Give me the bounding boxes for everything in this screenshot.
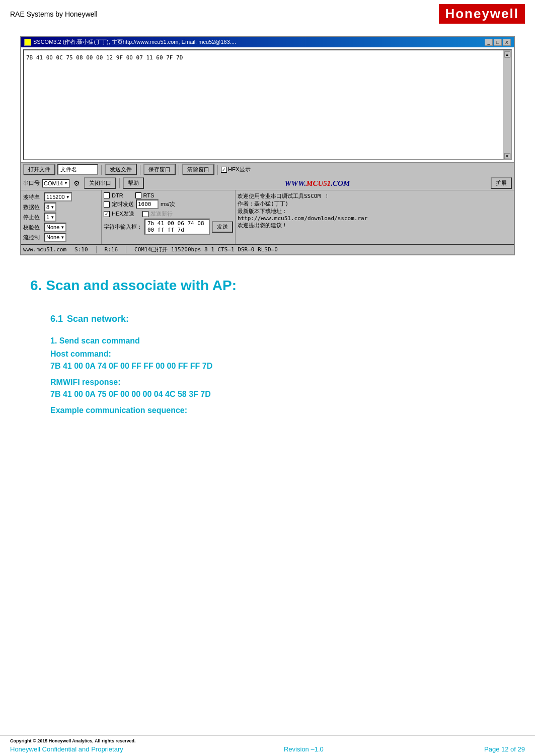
separator1 <box>101 165 102 175</box>
parity-value: None <box>46 224 59 230</box>
data-arrow: ▼ <box>50 205 54 210</box>
scrollbar-down[interactable]: ▼ <box>504 153 510 159</box>
baud-arrow: ▼ <box>66 195 70 199</box>
hex-display-area: 7B 41 00 0C 75 08 00 00 12 9F 00 07 11 6… <box>23 49 512 160</box>
timer-label: 定时发送 <box>112 200 134 208</box>
sscom-title-text: SSCOM3.2 (作者:聂小猛(丁丁), 主页http://www.mcu51… <box>33 38 236 46</box>
send-file-button[interactable]: 发送文件 <box>105 164 137 175</box>
separator3 <box>179 165 179 175</box>
flow-dropdown[interactable]: None ▼ <box>44 233 66 242</box>
baud-dropdown[interactable]: 115200 ▼ <box>44 192 72 201</box>
baud-label: 波特率 <box>23 193 43 201</box>
timer-checkbox[interactable] <box>104 201 110 208</box>
revision-text: Revision –1.0 <box>123 745 484 753</box>
send-newline-checkbox[interactable] <box>142 211 148 217</box>
flow-arrow: ▼ <box>60 235 64 240</box>
rmwifi-hex: 7B 41 00 0A 75 0F 00 00 00 04 4C 58 3F 7… <box>50 390 505 399</box>
file-name-input[interactable]: 文件名 <box>57 164 98 175</box>
hex-send-checkbox[interactable] <box>104 211 110 217</box>
scrollbar[interactable]: ▲ ▼ <box>503 50 511 159</box>
subsection-number: 6.1 <box>50 314 63 324</box>
settings-gear-icon[interactable]: ⚙ <box>72 178 82 188</box>
port-value: COM14 <box>44 180 63 186</box>
copyright-text: Copyright © 2015 Honeywell Analytics, Al… <box>10 738 525 743</box>
parity-dropdown[interactable]: None ▼ <box>44 223 66 232</box>
stop-value: 1 <box>46 214 49 220</box>
hex-display-text: 7B 41 00 0C 75 08 00 00 12 9F 00 07 11 6… <box>26 54 183 61</box>
dtr-checkbox[interactable] <box>104 192 110 198</box>
hex-send-row: HEX发送 发送新行 <box>104 210 233 218</box>
send-button[interactable]: 发送 <box>212 221 233 233</box>
data-bits-row: 数据位 8 ▼ <box>23 202 99 212</box>
flow-row: 流控制 None ▼ <box>23 233 99 242</box>
page-header: RAE Systems by Honeywell Honeywell <box>0 0 535 28</box>
toolbar-row1: 打开文件 文件名 发送文件 保存窗口 清除窗口 HEX显示 <box>21 162 514 176</box>
status-www: www.mcu51.com <box>23 246 66 253</box>
clear-window-button[interactable]: 清除窗口 <box>182 164 214 175</box>
sscom-window-screenshot: SSCOM3.2 (作者:聂小猛(丁丁), 主页http://www.mcu51… <box>20 36 515 255</box>
section-number: 6. <box>30 278 42 294</box>
save-window-button[interactable]: 保存窗口 <box>143 164 176 175</box>
data-label: 数据位 <box>23 203 43 211</box>
stop-dropdown[interactable]: 1 ▼ <box>44 213 56 222</box>
close-port-button[interactable]: 关闭串口 <box>84 177 116 189</box>
host-command-label: Host command: <box>50 350 505 359</box>
stop-label: 停止位 <box>23 214 43 221</box>
stop-bits-row: 停止位 1 ▼ <box>23 213 99 222</box>
data-dropdown[interactable]: 8 ▼ <box>44 202 56 212</box>
settings-mid: DTR RTS 定时发送 1000 ms/次 HEX发送 发送新行 <box>102 190 236 244</box>
sscom-titlebar-buttons[interactable]: _ □ X <box>485 39 511 46</box>
flow-label: 流控制 <box>23 234 43 241</box>
latest-version: 最新版本下载地址： <box>238 208 512 215</box>
parity-arrow: ▼ <box>60 225 64 230</box>
suggestion: 欢迎提出您的建议！ <box>238 222 512 229</box>
char-input-row: 字符串输入框： 7b 41 00 06 74 08 00 ff ff 7d 发送 <box>104 219 233 235</box>
port-dropdown[interactable]: COM14 ▼ <box>42 179 70 188</box>
expand-button[interactable]: 扩展 <box>491 177 512 189</box>
sscom-icon <box>24 39 31 46</box>
document-content: 6. Scan and associate with AP: 6.1 Scan … <box>0 267 535 448</box>
status-divider2 <box>126 246 126 253</box>
page-footer: Copyright © 2015 Honeywell Analytics, Al… <box>0 735 535 756</box>
separator4 <box>217 165 218 175</box>
sscom-titlebar: SSCOM3.2 (作者:聂小猛(丁丁), 主页http://www.mcu51… <box>21 37 514 47</box>
toolbar-row2: 串口号 COM14 ▼ ⚙ 关闭串口 帮助 WWW.MCU51.COM 扩展 <box>21 176 514 190</box>
status-bar: www.mcu51.com S:10 R:16 COM14已打开 115200b… <box>21 244 514 254</box>
hex-send-label: HEX发送 <box>112 210 134 218</box>
timer-input[interactable]: 1000 <box>136 199 159 209</box>
hex-display-checkbox-group[interactable]: HEX显示 <box>221 166 251 173</box>
section-heading-group: 6. Scan and associate with AP: <box>30 278 505 304</box>
status-text: COM14已打开 115200bps 8 1 CTS=1 DSR=0 RLSD=… <box>134 246 278 253</box>
dtr-label: DTR <box>112 192 123 198</box>
rts-label: RTS <box>143 192 155 198</box>
hex-display-label: HEX显示 <box>228 166 251 173</box>
flow-value: None <box>46 234 59 240</box>
header-title: RAE Systems by Honeywell <box>10 10 98 18</box>
char-input-field[interactable]: 7b 41 00 06 74 08 00 ff ff 7d <box>144 219 210 235</box>
status-s: S:10 <box>74 246 88 253</box>
minimize-button[interactable]: _ <box>485 39 493 46</box>
maximize-button[interactable]: □ <box>494 39 502 46</box>
timer-row: 定时发送 1000 ms/次 <box>104 199 233 209</box>
timer-unit: ms/次 <box>161 200 175 208</box>
close-button[interactable]: X <box>503 39 511 46</box>
url-display: WWW.MCU51.COM <box>146 179 489 188</box>
rts-checkbox[interactable] <box>135 192 141 198</box>
char-input-label: 字符串输入框： <box>104 223 142 231</box>
separator2 <box>140 165 140 175</box>
hex-display-checkbox[interactable] <box>221 167 227 173</box>
sscom-titlebar-left: SSCOM3.2 (作者:聂小猛(丁丁), 主页http://www.mcu51… <box>24 38 236 46</box>
status-divider <box>96 246 97 253</box>
settings-left: 波特率 115200 ▼ 数据位 8 ▼ 停止位 1 <box>21 190 102 244</box>
open-file-button[interactable]: 打开文件 <box>23 164 55 175</box>
scrollbar-up[interactable]: ▲ <box>504 51 510 57</box>
port-label: 串口号 <box>23 179 40 187</box>
section-title: Scan and associate with AP: <box>46 278 237 294</box>
confidential-text: Honeywell Confidential and Proprietary <box>10 745 123 753</box>
url-com: .COM <box>331 179 350 187</box>
download-url: http://www.mcu51.com/download/sscom.rar <box>238 215 512 222</box>
help-button[interactable]: 帮助 <box>123 177 144 189</box>
subsection-title: Scan network: <box>67 314 129 324</box>
example-label: Example communication sequence: <box>50 406 505 415</box>
url-mcu: MCU51 <box>306 179 331 187</box>
